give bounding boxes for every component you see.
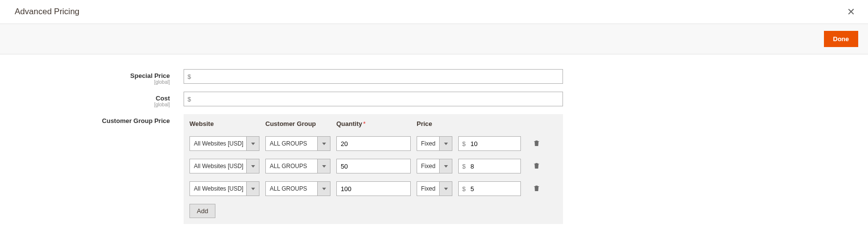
website-select[interactable]: All Websites [USD] bbox=[189, 136, 259, 151]
add-row-button[interactable]: Add bbox=[189, 204, 215, 218]
quantity-input[interactable] bbox=[336, 159, 411, 173]
add-row-container: Add bbox=[184, 200, 563, 218]
delete-row-button[interactable] bbox=[531, 160, 542, 173]
special-price-row: Special Price [global] $ bbox=[15, 69, 853, 85]
quantity-input[interactable] bbox=[336, 181, 411, 196]
customer-group-value: ALL GROUPS bbox=[266, 163, 317, 170]
price-type-select[interactable]: Fixed bbox=[417, 136, 452, 151]
price-input[interactable] bbox=[458, 181, 521, 196]
price-type-value: Fixed bbox=[417, 163, 439, 170]
chevron-down-icon bbox=[246, 159, 259, 173]
group-price-field: Website Customer Group Quantity* Price A… bbox=[184, 114, 563, 224]
chevron-down-icon bbox=[317, 159, 330, 173]
customer-group-select[interactable]: ALL GROUPS bbox=[265, 159, 330, 173]
customer-group-select[interactable]: ALL GROUPS bbox=[265, 181, 330, 196]
special-price-input[interactable] bbox=[184, 69, 563, 84]
trash-icon bbox=[533, 139, 540, 147]
chevron-down-icon bbox=[439, 159, 452, 173]
price-input[interactable] bbox=[458, 136, 521, 151]
action-bar: Done bbox=[0, 24, 868, 54]
chevron-down-icon bbox=[439, 137, 452, 150]
customer-group-select[interactable]: ALL GROUPS bbox=[265, 136, 330, 151]
done-button[interactable]: Done bbox=[824, 31, 859, 47]
delete-row-button[interactable] bbox=[531, 137, 542, 150]
table-row: All Websites [USD] ALL GROUPS bbox=[184, 177, 563, 200]
price-type-value: Fixed bbox=[417, 185, 439, 192]
website-select-value: All Websites [USD] bbox=[190, 140, 246, 147]
cost-row: Cost [global] $ bbox=[15, 92, 853, 107]
price-type-value: Fixed bbox=[417, 140, 439, 147]
website-select-value: All Websites [USD] bbox=[190, 163, 246, 170]
special-price-field: $ bbox=[184, 69, 563, 84]
chevron-down-icon bbox=[439, 182, 452, 196]
website-select[interactable]: All Websites [USD] bbox=[189, 181, 259, 196]
form-area: Special Price [global] $ Cost [global] $… bbox=[0, 54, 868, 224]
cost-label: Cost bbox=[156, 95, 170, 102]
required-star-icon: * bbox=[363, 120, 366, 127]
group-price-row: Customer Group Price Website Customer Gr… bbox=[15, 114, 853, 224]
website-select[interactable]: All Websites [USD] bbox=[189, 159, 259, 173]
chevron-down-icon bbox=[246, 182, 259, 196]
special-price-label: Special Price bbox=[130, 72, 170, 79]
delete-row-button[interactable] bbox=[531, 182, 542, 196]
price-input[interactable] bbox=[458, 159, 521, 173]
customer-group-value: ALL GROUPS bbox=[266, 140, 317, 147]
table-row: All Websites [USD] ALL GROUPS bbox=[184, 132, 563, 155]
group-price-table: Website Customer Group Quantity* Price A… bbox=[184, 114, 563, 224]
cost-field: $ bbox=[184, 92, 563, 106]
modal-header: Advanced Pricing ✕ bbox=[0, 0, 868, 24]
trash-icon bbox=[533, 162, 540, 170]
trash-icon bbox=[533, 184, 540, 192]
special-price-label-col: Special Price [global] bbox=[15, 69, 184, 85]
price-type-select[interactable]: Fixed bbox=[417, 159, 452, 173]
chevron-down-icon bbox=[317, 182, 330, 196]
header-price: Price bbox=[417, 120, 527, 127]
group-price-label: Customer Group Price bbox=[102, 117, 170, 124]
price-type-select[interactable]: Fixed bbox=[417, 181, 452, 196]
special-price-scope: [global] bbox=[15, 79, 170, 85]
chevron-down-icon bbox=[317, 137, 330, 150]
group-table-header: Website Customer Group Quantity* Price bbox=[184, 114, 563, 132]
header-website: Website bbox=[189, 120, 265, 127]
quantity-input[interactable] bbox=[336, 136, 411, 151]
cost-label-col: Cost [global] bbox=[15, 92, 184, 107]
table-row: All Websites [USD] ALL GROUPS bbox=[184, 155, 563, 177]
header-quantity: Quantity* bbox=[336, 120, 417, 127]
header-group: Customer Group bbox=[265, 120, 336, 127]
close-icon: ✕ bbox=[847, 6, 855, 17]
chevron-down-icon bbox=[246, 137, 259, 150]
cost-input[interactable] bbox=[184, 92, 563, 106]
customer-group-value: ALL GROUPS bbox=[266, 185, 317, 192]
website-select-value: All Websites [USD] bbox=[190, 185, 246, 192]
modal-title: Advanced Pricing bbox=[15, 7, 79, 17]
cost-scope: [global] bbox=[15, 102, 170, 107]
group-price-label-col: Customer Group Price bbox=[15, 114, 184, 124]
close-button[interactable]: ✕ bbox=[844, 7, 858, 17]
